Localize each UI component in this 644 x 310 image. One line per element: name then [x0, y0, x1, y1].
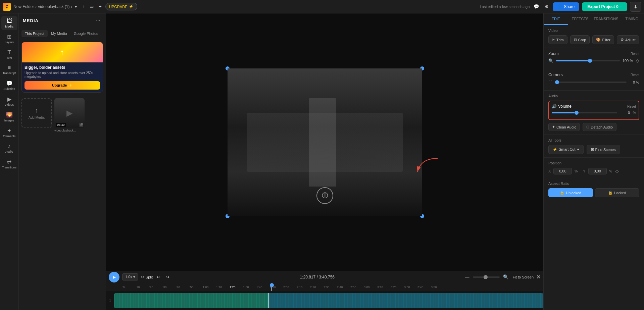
x-value-display: 0,00 — [553, 168, 572, 174]
main-layout: 🖼 Media ⊞ Layers T Text ≡ Transcript 💬 S… — [0, 13, 644, 310]
elements-icon: ✦ — [7, 127, 11, 134]
tab-transitions[interactable]: TRANSITIONS — [592, 13, 620, 25]
transcript-icon: ≡ — [8, 65, 11, 71]
right-panel-tabs: EDIT EFFECTS TRANSITIONS TIMING — [544, 13, 644, 25]
position-keyframe-btn[interactable]: ◇ — [615, 168, 619, 174]
media-tabs: This Project My Media Google Photos — [19, 28, 106, 39]
corners-label: Corners — [548, 72, 563, 77]
filter-icon: 🎨 — [596, 38, 601, 42]
redo-button[interactable]: ↪ — [164, 273, 171, 281]
sidebar-item-subtitles[interactable]: 💬 Subtitles — [1, 78, 17, 93]
zoom-slider[interactable] — [473, 276, 500, 278]
media-panel-more-btn[interactable]: ⋯ — [95, 17, 102, 24]
filter-button[interactable]: 🎨 Filter — [592, 35, 614, 44]
share-button[interactable]: 👤 Share — [553, 2, 579, 11]
speed-button[interactable]: 1.0x ▾ — [122, 273, 138, 280]
app-logo: C — [3, 3, 11, 11]
fit-screen-button[interactable]: Fit to Screen — [513, 275, 534, 279]
sidebar-item-media[interactable]: 🖼 Media — [1, 16, 17, 30]
sidebar-item-layers[interactable]: ⊞ Layers — [1, 32, 17, 46]
download-button[interactable]: ⬇ — [630, 2, 641, 12]
sidebar-item-transitions[interactable]: ⇄ Transitions — [1, 157, 17, 171]
detach-audio-icon: ⊡ — [586, 125, 589, 129]
sidebar-item-elements[interactable]: ✦ Elements — [1, 125, 17, 140]
zoom-keyframe-btn[interactable]: ◇ — [636, 58, 639, 63]
crop-button[interactable]: ⊡ Crop — [570, 35, 590, 44]
right-panel: EDIT EFFECTS TRANSITIONS TIMING Video ✂ … — [543, 13, 644, 310]
clean-audio-button[interactable]: ✦ Clean Audio — [548, 123, 580, 131]
corners-reset[interactable]: Reset — [631, 73, 639, 77]
tab-timing[interactable]: TIMING — [620, 13, 644, 25]
adjust-button[interactable]: ⚙ Adjust — [617, 35, 639, 44]
aspect-ratio-buttons: 🔓 Unlocked 🔒 Locked — [548, 188, 639, 197]
playhead[interactable] — [268, 293, 269, 308]
zoom-in-btn[interactable]: 🔍 — [502, 273, 510, 281]
zoom-slider-track[interactable] — [556, 60, 620, 61]
audio-section-title: Audio — [548, 94, 639, 98]
unlocked-button[interactable]: 🔓 Unlocked — [548, 188, 593, 197]
media-panel-header: MEDIA ⋯ — [19, 13, 106, 28]
trim-button[interactable]: ✂ Trim — [548, 35, 567, 44]
y-label: Y — [583, 169, 585, 173]
bulb-icon-btn[interactable]: ✦ — [97, 3, 103, 10]
media-grid: ↑ Add Media ▶ 03:40 🎬 videoplayback... — [19, 95, 106, 135]
audio-section: Audio 🔊 Volume Reset 0 % — [544, 91, 644, 135]
video-frame: Ⓣ — [228, 68, 422, 216]
timeline-time: 1:20.817 / 3:40.756 — [174, 275, 461, 279]
zoom-out-btn[interactable]: — — [463, 273, 470, 281]
tab-my-media[interactable]: My Media — [48, 30, 70, 37]
track-segment-2 — [268, 293, 543, 308]
x-label: X — [548, 169, 551, 173]
audio-icon: ♪ — [8, 143, 11, 149]
sidebar-item-audio[interactable]: ♪ Audio — [1, 141, 17, 155]
monitor-icon-btn[interactable]: ▭ — [88, 3, 95, 10]
topbar: C New Folder › videoplayback (1) › ▾ ↑ ▭… — [0, 0, 644, 13]
sidebar-item-transcript[interactable]: ≡ Transcript — [1, 63, 17, 77]
play-button[interactable]: ▶ — [109, 272, 119, 282]
aspect-ratio-title: Aspect Ratio — [548, 182, 639, 186]
unlock-icon: 🔓 — [560, 191, 564, 195]
locked-button[interactable]: 🔒 Locked — [595, 188, 640, 197]
tab-this-project[interactable]: This Project — [21, 30, 48, 37]
dropdown-btn[interactable]: ▾ — [73, 3, 79, 10]
volume-header: 🔊 Volume Reset — [552, 104, 636, 109]
track-segment-1 — [114, 293, 268, 308]
timeline-track: 1 — [106, 291, 543, 310]
position-inputs: X 0,00 % Y 0,00 % ◇ — [548, 168, 639, 174]
volume-slider-track[interactable] — [552, 112, 617, 113]
upgrade-card-image: ↑ — [22, 42, 103, 62]
volume-reset[interactable]: Reset — [627, 105, 636, 108]
sidebar-item-text[interactable]: T Text — [1, 47, 17, 61]
last-edited-text: Last edited a few seconds ago — [480, 5, 530, 9]
corners-slider-track[interactable] — [555, 82, 627, 83]
volume-slider-row: 0 % — [552, 111, 636, 115]
tab-effects[interactable]: EFFECTS — [568, 13, 592, 25]
close-timeline-btn[interactable]: ✕ — [536, 274, 541, 280]
list-item[interactable]: ▶ 03:40 🎬 videoplayback... — [54, 98, 85, 132]
share-icon-btn[interactable]: ↑ — [81, 3, 86, 10]
zoom-reset[interactable]: Reset — [631, 52, 639, 56]
media-panel-title: MEDIA — [23, 18, 39, 23]
media-panel: MEDIA ⋯ This Project My Media Google Pho… — [19, 13, 106, 310]
add-media-button[interactable]: ↑ Add Media — [21, 98, 52, 128]
tab-google-photos[interactable]: Google Photos — [70, 30, 102, 37]
smart-cut-button[interactable]: ⚡ Smart Cut ✦ — [548, 145, 584, 154]
comment-btn[interactable]: 💬 — [532, 3, 541, 10]
folder-link[interactable]: New Folder — [13, 4, 34, 9]
undo-button[interactable]: ↩ — [155, 273, 162, 281]
track-content[interactable] — [114, 293, 543, 308]
settings-btn[interactable]: ⚙ — [543, 3, 550, 10]
split-button[interactable]: ✂ Split — [141, 275, 153, 279]
sidebar-item-videos[interactable]: ▶ Videos — [1, 94, 17, 108]
export-button[interactable]: Export Project 0 ↑ — [582, 2, 627, 11]
videos-icon: ▶ — [7, 96, 11, 102]
ai-tools-title: AI Tools — [548, 138, 639, 142]
project-link[interactable]: videoplayback (1) — [38, 4, 69, 9]
video-content: Ⓣ — [228, 68, 422, 216]
detach-audio-button[interactable]: ⊡ Detach Audio — [583, 123, 616, 131]
find-scenes-button[interactable]: ⊞ Find Scenes — [587, 145, 620, 154]
tab-edit[interactable]: EDIT — [544, 13, 568, 25]
upgrade-card-button[interactable]: Upgrade ✨ — [24, 81, 100, 90]
upgrade-button[interactable]: UPGRADE ⚡ — [105, 3, 137, 10]
sidebar-item-images[interactable]: 🌄 Images — [1, 110, 17, 124]
